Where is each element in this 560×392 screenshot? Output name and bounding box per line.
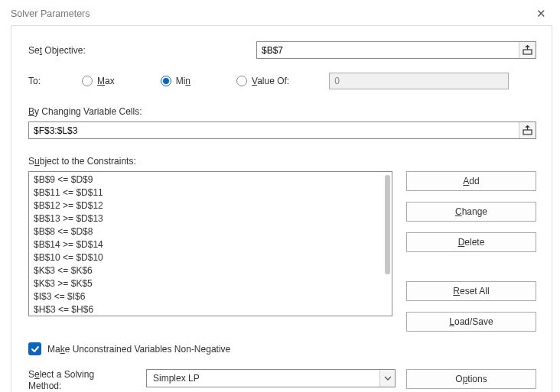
range-picker-icon[interactable]	[519, 42, 536, 58]
radio-max-label: Max	[97, 76, 115, 86]
options-button[interactable]: Options	[406, 369, 536, 389]
radio-min[interactable]: Min	[161, 76, 190, 86]
value-of-input	[329, 73, 509, 89]
change-button[interactable]: Change	[406, 202, 536, 222]
close-icon[interactable]: ✕	[532, 6, 551, 21]
range-picker-icon[interactable]	[519, 122, 536, 138]
chevron-down-icon	[379, 370, 395, 387]
radio-valueof-label: Value Of:	[252, 76, 289, 86]
method-row: Select a SolvingMethod: Simplex LP Optio…	[28, 369, 536, 392]
solving-method-select[interactable]: Simplex LP	[146, 369, 396, 387]
radio-icon	[236, 76, 247, 86]
constraints-area: $B$9 <= $D$9 $B$11 <= $D$11 $B$12 >= $D$…	[28, 171, 536, 332]
dialog-content: Set Objective: To: Max Min	[11, 25, 552, 392]
to-radio-group: Max Min Value Of:	[82, 76, 289, 86]
constraints-listbox[interactable]: $B$9 <= $D$9 $B$11 <= $D$11 $B$12 >= $D$…	[28, 171, 392, 316]
to-label: To:	[28, 76, 82, 86]
objective-input[interactable]	[257, 42, 519, 58]
load-save-button[interactable]: Load/Save	[406, 312, 536, 332]
add-button[interactable]: Add	[406, 171, 536, 191]
changing-cells-input[interactable]	[29, 122, 519, 138]
radio-value-of[interactable]: Value Of:	[236, 76, 289, 86]
changing-cells-label: By Changing Variable Cells:	[28, 106, 536, 117]
svg-rect-0	[523, 50, 532, 54]
delete-button[interactable]: Delete	[406, 232, 536, 252]
radio-icon	[82, 76, 93, 86]
checkbox-checked-icon	[28, 342, 41, 355]
reset-all-button[interactable]: Reset All	[406, 281, 536, 301]
radio-icon	[161, 76, 171, 86]
title-bar: Solver Parameters ✕	[0, 0, 560, 25]
constraints-label: Subject to the Constraints:	[28, 156, 536, 167]
to-row: To: Max Min Value Of:	[28, 73, 536, 89]
select-method-label: Select a SolvingMethod:	[28, 369, 135, 392]
objective-row: Set Objective:	[28, 41, 536, 59]
changing-cells-field-wrap	[28, 121, 536, 139]
constraints-list-content: $B$9 <= $D$9 $B$11 <= $D$11 $B$12 >= $D$…	[29, 172, 392, 316]
svg-rect-1	[523, 130, 532, 134]
scrollbar-thumb[interactable]	[385, 175, 390, 274]
solving-method-value: Simplex LP	[147, 373, 379, 384]
constraint-buttons: Add Change Delete Reset All Load/Save	[406, 171, 536, 332]
unconstrained-checkbox-row[interactable]: Make Unconstrained Variables Non-Negativ…	[28, 342, 536, 355]
unconstrained-label: Make Unconstrained Variables Non-Negativ…	[47, 344, 230, 355]
objective-field-wrap	[256, 41, 536, 59]
radio-min-label: Min	[176, 76, 190, 86]
set-objective-label: Set Objective:	[28, 45, 256, 56]
window-title: Solver Parameters	[11, 8, 90, 19]
changing-cells-row	[28, 121, 536, 139]
radio-max[interactable]: Max	[82, 76, 115, 86]
